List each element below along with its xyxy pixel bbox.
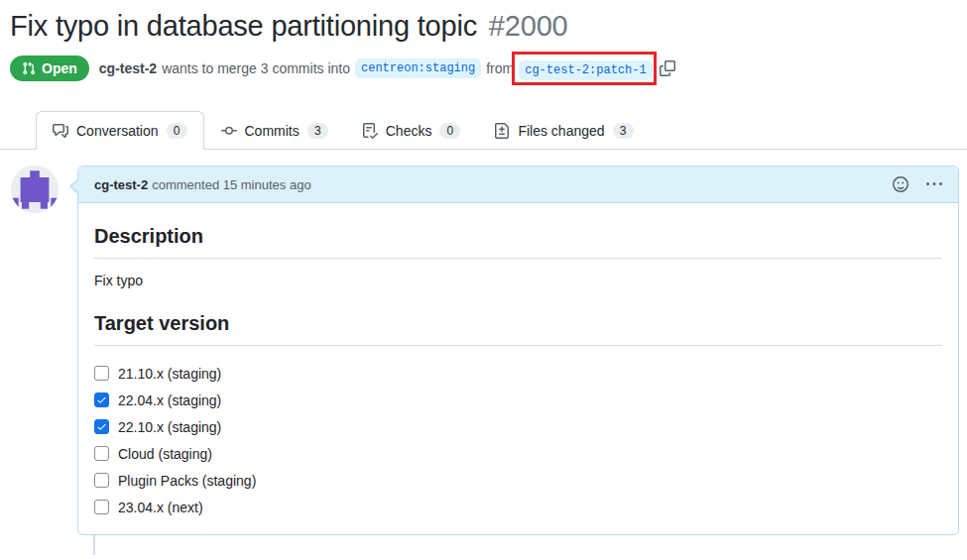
copy-branch-button[interactable] xyxy=(660,60,675,76)
checkbox-22-10-staging[interactable] xyxy=(94,419,109,434)
task-label: Plugin Packs (staging) xyxy=(118,473,256,489)
pr-author-link[interactable]: cg-test-2 xyxy=(99,60,157,76)
git-pull-request-icon xyxy=(22,61,36,75)
target-version-list: 21.10.x (staging) 22.04.x (staging) 22.1… xyxy=(94,360,942,520)
timeline: cg-test-2 commented 15 minutes ago Descr… xyxy=(11,166,959,535)
merge-sentence-from: from xyxy=(486,60,514,76)
file-diff-icon xyxy=(494,123,510,139)
target-version-heading: Target version xyxy=(94,296,942,346)
tab-counter: 0 xyxy=(167,123,187,139)
comment-discussion-icon xyxy=(53,123,68,139)
checkbox-22-04-staging[interactable] xyxy=(94,392,109,407)
task-label: 21.10.x (staging) xyxy=(118,366,221,382)
avatar[interactable] xyxy=(11,166,59,213)
merge-sentence-middle: wants to merge 3 commits into xyxy=(162,60,350,76)
tab-counter: 3 xyxy=(307,123,328,139)
tab-checks[interactable]: Checks 0 xyxy=(345,111,478,150)
task-list-item: 22.10.x (staging) xyxy=(94,413,942,440)
tab-label: Conversation xyxy=(76,123,159,139)
page-title: Fix typo in database partitioning topic … xyxy=(10,8,957,44)
merge-sentence: cg-test-2 wants to merge 3 commits into … xyxy=(99,58,680,78)
head-branch-label[interactable]: cg-test-2:patch-1 xyxy=(519,60,652,80)
task-label: Cloud (staging) xyxy=(118,446,212,462)
comment-header-actions xyxy=(893,176,942,192)
checkbox-cloud-staging[interactable] xyxy=(94,446,109,461)
tab-commits[interactable]: Commits 3 xyxy=(204,111,345,150)
tab-label: Commits xyxy=(245,123,300,139)
pr-number: #2000 xyxy=(489,10,568,42)
tab-label: Checks xyxy=(386,123,432,139)
pr-header: Fix typo in database partitioning topic … xyxy=(0,0,967,81)
tab-label: Files changed xyxy=(518,123,604,139)
checkbox-plugin-packs-staging[interactable] xyxy=(94,473,109,488)
task-list-item: Plugin Packs (staging) xyxy=(94,467,942,494)
pr-state-badge: Open xyxy=(10,56,89,81)
tab-counter: 0 xyxy=(439,123,460,139)
head-branch-wrap: cg-test-2:patch-1 xyxy=(519,60,652,77)
git-commit-icon xyxy=(221,123,237,139)
tab-files-changed[interactable]: Files changed 3 xyxy=(477,111,650,150)
kebab-horizontal-icon xyxy=(926,176,942,192)
comment-body: Description Fix typo Target version 21.1… xyxy=(78,203,958,534)
pr-state-label: Open xyxy=(42,60,77,76)
task-list-item: 23.04.x (next) xyxy=(94,494,942,520)
task-label: 23.04.x (next) xyxy=(118,500,203,515)
comment-meta: commented 15 minutes ago xyxy=(152,177,310,192)
task-label: 22.04.x (staging) xyxy=(118,392,221,408)
comment-author-link[interactable]: cg-test-2 xyxy=(94,177,148,192)
comment-header: cg-test-2 commented 15 minutes ago xyxy=(78,167,958,203)
smiley-icon xyxy=(893,176,908,192)
comment-options-button[interactable] xyxy=(926,176,942,192)
task-list-item: Cloud (staging) xyxy=(94,440,942,467)
copy-icon xyxy=(660,60,675,76)
pr-meta-row: Open cg-test-2 wants to merge 3 commits … xyxy=(10,56,957,81)
pr-title-text: Fix typo in database partitioning topic xyxy=(10,10,477,42)
pr-tab-nav: Conversation 0 Commits 3 Checks 0 Files … xyxy=(0,111,967,150)
checkbox-21-10-staging[interactable] xyxy=(94,366,109,381)
tab-conversation[interactable]: Conversation 0 xyxy=(36,111,204,150)
task-label: 22.10.x (staging) xyxy=(118,419,221,435)
comment-box: cg-test-2 commented 15 minutes ago Descr… xyxy=(77,166,959,535)
tab-counter: 3 xyxy=(613,123,634,139)
task-list-item: 22.04.x (staging) xyxy=(94,387,942,413)
timeline-connector-line xyxy=(93,535,95,555)
checklist-icon xyxy=(362,123,378,139)
task-list-item: 21.10.x (staging) xyxy=(94,360,942,387)
base-branch-label[interactable]: centreon:staging xyxy=(355,58,481,78)
identicon xyxy=(11,166,59,213)
checkbox-23-04-next[interactable] xyxy=(94,500,109,514)
description-heading: Description xyxy=(94,209,942,259)
reaction-button[interactable] xyxy=(893,176,908,192)
description-text: Fix typo xyxy=(94,273,942,288)
